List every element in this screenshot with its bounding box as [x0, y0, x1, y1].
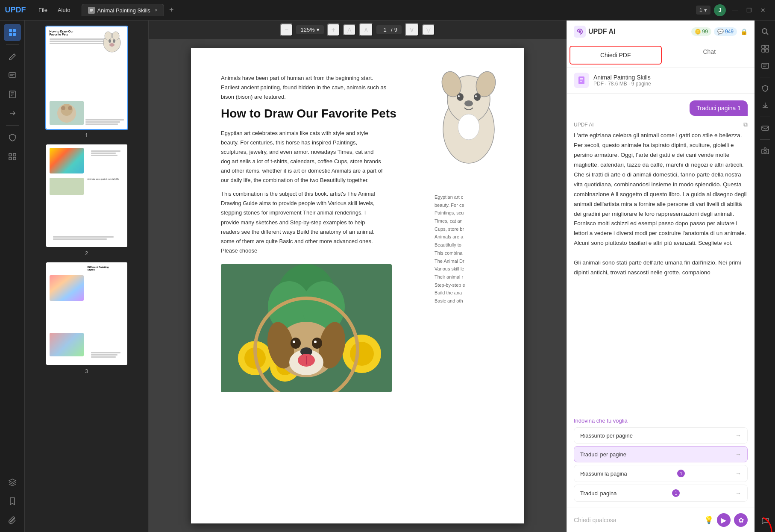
- tab-close-button[interactable]: ×: [155, 7, 158, 13]
- nav-top-button[interactable]: ⋀: [343, 24, 356, 35]
- tab-ask-pdf[interactable]: Chiedi PDF: [570, 46, 662, 65]
- thumbnail-item-1[interactable]: How to Draw OurFavorite Pets: [28, 26, 145, 138]
- lock-icon[interactable]: 🔒: [740, 28, 748, 35]
- suggestion-summarize-page[interactable]: Riassumi la pagina 1 →: [574, 465, 748, 482]
- svg-point-68: [762, 29, 767, 33]
- thumb-heading-3: Different PaintingStyles: [88, 266, 124, 272]
- svg-point-24: [109, 43, 114, 47]
- user-avatar[interactable]: J: [714, 4, 726, 16]
- svg-point-56: [314, 341, 317, 343]
- sidebar-item-comment[interactable]: [4, 67, 21, 84]
- sidebar-item-layers[interactable]: [4, 474, 21, 491]
- suggestion-arrow-1: →: [735, 451, 741, 458]
- svg-rect-70: [762, 45, 765, 48]
- badge-icon-green: 🪙: [695, 29, 701, 35]
- nav-bottom-button[interactable]: ⋁: [422, 24, 435, 35]
- nav-next-button[interactable]: ∨: [405, 23, 419, 36]
- minimize-button[interactable]: —: [729, 7, 740, 14]
- file-name: Animal Painting Skills: [593, 74, 748, 81]
- svg-rect-6: [9, 33, 12, 36]
- sidebar-item-thumbnail[interactable]: [4, 24, 21, 41]
- tab-chat[interactable]: Chat: [664, 43, 755, 67]
- ai-extra-button[interactable]: ✿: [734, 513, 748, 527]
- maximize-button[interactable]: ❐: [744, 7, 754, 14]
- thumb-frame-3: Different PaintingStyles: [45, 262, 128, 366]
- suggestion-arrow-3: →: [735, 490, 741, 497]
- active-tab[interactable]: Animal Painting Skills ×: [82, 4, 164, 16]
- app-logo: UPDF: [0, 6, 31, 15]
- suggestion-label-0: Riassunto per pagine: [580, 432, 633, 439]
- page-input-wrapper: / 9: [376, 25, 402, 34]
- thumb-paint-img: [50, 333, 84, 356]
- ai-chat-input[interactable]: [574, 517, 701, 523]
- ai-input-row: 💡 ▶ ✿: [567, 508, 754, 532]
- svg-point-37: [464, 100, 473, 106]
- zoom-level-display[interactable]: 125% ▾: [296, 25, 323, 34]
- thumbnail-item-2[interactable]: Animals are a part of our daily life 2: [28, 144, 145, 256]
- badge-credit-value: 99: [702, 29, 708, 35]
- page-selector[interactable]: 1 ▾: [696, 6, 710, 15]
- far-right-view[interactable]: [757, 41, 773, 56]
- ai-response-text: L'arte egiziana celebra gli animali come…: [574, 131, 748, 278]
- sidebar-item-convert[interactable]: [4, 105, 21, 122]
- suggestion-translate-pages[interactable]: Traduci per pagine →: [574, 446, 748, 462]
- svg-rect-11: [9, 91, 15, 98]
- svg-point-55: [293, 341, 295, 343]
- ai-send-button[interactable]: ▶: [717, 513, 731, 527]
- sidebar-item-bookmark[interactable]: [4, 493, 21, 510]
- suggestion-badge-3: 1: [672, 489, 680, 497]
- svg-point-54: [312, 338, 322, 349]
- pdf-content[interactable]: Animals have been part of human art from…: [149, 39, 567, 532]
- sidebar-item-edit[interactable]: [4, 48, 21, 65]
- suggestion-badge-2: 1: [677, 470, 685, 477]
- suggestion-label-1: Traduci per pagine: [580, 451, 626, 458]
- ai-header: UPDF AI 🪙 99 💬 949 🔒: [567, 21, 754, 43]
- svg-rect-5: [13, 29, 16, 32]
- far-right-mail[interactable]: [757, 121, 773, 136]
- svg-point-27: [61, 106, 65, 110]
- far-right-protect[interactable]: [757, 81, 773, 96]
- suggestion-translate-page[interactable]: Traduci pagina 1 →: [574, 485, 748, 502]
- thumb-dog-sketch: [100, 30, 124, 60]
- page-total: 9: [394, 26, 397, 33]
- sidebar-item-protect[interactable]: [4, 129, 21, 146]
- far-right-search[interactable]: [757, 24, 773, 39]
- copy-button[interactable]: ⧉: [743, 121, 748, 128]
- zoom-value: 125%: [300, 26, 314, 33]
- thumbnail-panel: How to Draw OurFavorite Pets: [25, 21, 149, 532]
- thumb-frame-2: Animals are a part of our daily life: [45, 144, 128, 248]
- suggestion-label-2: Riassumi la pagina: [580, 470, 627, 477]
- close-button[interactable]: ✕: [758, 7, 768, 14]
- svg-rect-8: [9, 73, 16, 77]
- thumb-image-3: Different PaintingStyles: [46, 262, 127, 365]
- svg-rect-71: [766, 45, 769, 48]
- tab-add-button[interactable]: +: [166, 6, 177, 15]
- suggestion-summary-pages[interactable]: Riassunto per pagine →: [574, 427, 748, 444]
- far-right-camera[interactable]: [757, 143, 773, 159]
- nav-prev-button[interactable]: ∧: [359, 23, 373, 36]
- zoom-dropdown-icon: ▾: [317, 26, 320, 33]
- pdf-bottom-image: [221, 264, 392, 392]
- zoom-in-button[interactable]: +: [327, 24, 340, 36]
- far-right-ocr[interactable]: [757, 58, 773, 73]
- dog-illustration: [426, 61, 511, 180]
- sidebar-item-attachment[interactable]: [4, 511, 21, 529]
- nav-file[interactable]: File: [34, 5, 52, 15]
- thumbnail-item-3[interactable]: Different PaintingStyles 3: [28, 262, 145, 374]
- nav-aiuto[interactable]: Aiuto: [53, 5, 75, 15]
- sidebar-item-pages[interactable]: [4, 86, 21, 103]
- svg-point-45: [350, 342, 374, 366]
- svg-rect-15: [9, 153, 12, 156]
- send-icon: ▶: [721, 516, 726, 524]
- page-current-input[interactable]: [381, 26, 389, 33]
- zoom-out-button[interactable]: −: [280, 24, 293, 36]
- far-right-divider-1: [760, 77, 770, 77]
- thumb-animals-img: [50, 178, 84, 195]
- sidebar-item-organize[interactable]: [4, 148, 21, 165]
- sidebar-divider-1: [6, 44, 19, 45]
- ai-messages[interactable]: Traduci pagina 1 UPDF AI ⧉ L'arte egizia…: [567, 94, 754, 417]
- svg-rect-17: [9, 157, 12, 160]
- topbar: UPDF File Aiuto Animal Painting Skills ×…: [0, 0, 775, 21]
- far-right-export[interactable]: [757, 98, 773, 113]
- lightbulb-icon[interactable]: 💡: [704, 515, 713, 525]
